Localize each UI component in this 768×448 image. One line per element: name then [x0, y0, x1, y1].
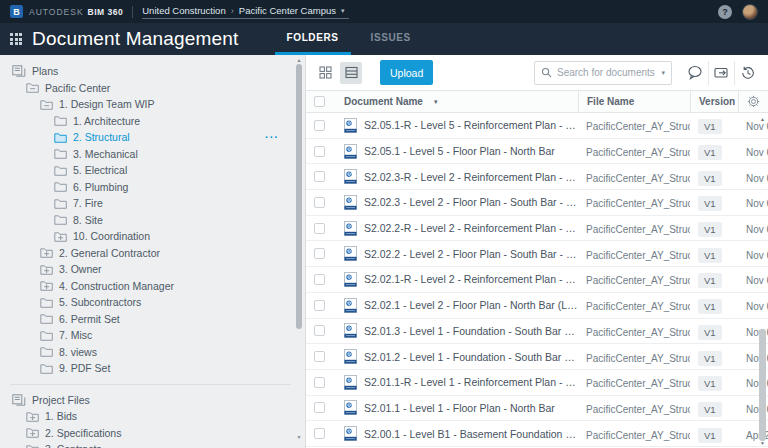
tree-item-2-structural[interactable]: 2. Structural ···	[0, 129, 305, 146]
document-name-link[interactable]: S2.05.1 - Level 5 - Floor Plan - North B…	[364, 145, 555, 157]
version-badge[interactable]: V1	[698, 119, 722, 134]
row-checkbox[interactable]	[314, 120, 325, 131]
app-switcher-icon[interactable]	[10, 33, 22, 45]
tree-item-1-bids[interactable]: 1. Bids	[0, 408, 305, 425]
column-file-name[interactable]: File Name	[578, 91, 690, 112]
row-checkbox[interactable]	[314, 223, 325, 234]
bim360-logo-icon[interactable]: B	[10, 5, 23, 18]
version-badge[interactable]: V1	[698, 273, 722, 288]
comment-icon[interactable]	[682, 61, 708, 85]
search-input[interactable]	[557, 67, 656, 78]
table-row[interactable]: S2.02.1-R - Level 2 - Reinforcement Plan…	[306, 267, 768, 293]
tree-item-6-plumbing[interactable]: 6. Plumbing	[0, 179, 305, 196]
sidebar-scroll-down-icon[interactable]: ▼	[295, 434, 303, 440]
help-icon[interactable]: ?	[718, 5, 732, 19]
row-checkbox[interactable]	[314, 428, 325, 439]
document-name-link[interactable]: S2.02.1 - Level 2 - Floor Plan - North B…	[364, 299, 578, 311]
row-checkbox[interactable]	[314, 248, 325, 259]
version-badge[interactable]: V1	[698, 325, 722, 340]
row-checkbox[interactable]	[314, 377, 325, 388]
table-row[interactable]: S2.01.1 - Level 1 - Floor Plan - North B…	[306, 396, 768, 422]
table-row[interactable]: S2.05.1-R - Level 5 - Reinforcement Plan…	[306, 113, 768, 139]
table-row[interactable]: S2.02.1 - Level 2 - Floor Plan - North B…	[306, 293, 768, 319]
document-name-link[interactable]: S2.02.3 - Level 2 - Floor Plan - South B…	[364, 196, 578, 208]
document-name-link[interactable]: S2.01.2 - Level 1 - Foundation - South B…	[364, 351, 578, 363]
table-row[interactable]: S2.01.2 - Level 1 - Foundation - South B…	[306, 344, 768, 370]
tree-item-3-mechanical[interactable]: 3. Mechanical	[0, 146, 305, 163]
tree-item-6-permit-set[interactable]: 6. Permit Set	[0, 311, 305, 328]
sidebar-scroll-up-icon[interactable]: ▲	[295, 57, 303, 63]
table-scroll-up-icon[interactable]: ▲	[758, 116, 767, 122]
tree-item-project-files[interactable]: Project Files	[0, 392, 305, 409]
search-filter-caret-icon[interactable]: ▾	[661, 69, 665, 77]
document-name-link[interactable]: S2.02.3-R - Level 2 - Reinforcement Plan…	[364, 171, 578, 183]
row-checkbox[interactable]	[314, 171, 325, 182]
tree-item-8-site[interactable]: 8. Site	[0, 212, 305, 229]
tree-item-4-construction-manager[interactable]: 4. Construction Manager	[0, 278, 305, 295]
search-box[interactable]: ▾	[534, 61, 672, 85]
document-name-link[interactable]: S2.05.1-R - Level 5 - Reinforcement Plan…	[364, 119, 578, 131]
version-badge[interactable]: V1	[698, 299, 722, 314]
tree-item-9-pdf-set[interactable]: 9. PDF Set	[0, 360, 305, 377]
tab-folders[interactable]: FOLDERS	[275, 23, 351, 55]
version-badge[interactable]: V1	[698, 351, 722, 366]
document-name-link[interactable]: S2.01.3 - Level 1 - Foundation - South B…	[364, 325, 578, 337]
row-checkbox[interactable]	[314, 351, 325, 362]
document-name-link[interactable]: S2.02.1-R - Level 2 - Reinforcement Plan…	[364, 273, 578, 285]
history-icon[interactable]	[734, 61, 760, 85]
row-checkbox[interactable]	[314, 325, 325, 336]
table-row[interactable]: S2.01.1-R - Level 1 - Reinforcement Plan…	[306, 370, 768, 396]
version-badge[interactable]: V1	[698, 428, 722, 443]
user-avatar[interactable]	[742, 4, 758, 20]
tree-item-3-owner[interactable]: 3. Owner	[0, 261, 305, 278]
table-scrollbar[interactable]: ▲ ▼	[758, 114, 767, 448]
table-row[interactable]: S2.02.2-R - Level 2 - Reinforcement Plan…	[306, 216, 768, 242]
document-name-link[interactable]: S2.00.1 - Level B1 - Basement Foundation…	[364, 428, 578, 440]
row-checkbox[interactable]	[314, 146, 325, 157]
column-settings-gear-icon[interactable]	[747, 95, 760, 108]
list-view-icon[interactable]	[340, 62, 362, 84]
version-badge[interactable]: V1	[698, 376, 722, 391]
tree-item-5-subcontractors[interactable]: 5. Subcontractors	[0, 294, 305, 311]
version-badge[interactable]: V1	[698, 402, 722, 417]
table-row[interactable]: S2.00.1 - Level B1 - Basement Foundation…	[306, 421, 768, 447]
tree-item-2-specifications[interactable]: 2. Specifications	[0, 425, 305, 442]
row-checkbox[interactable]	[314, 402, 325, 413]
table-scroll-down-icon[interactable]: ▼	[758, 440, 767, 446]
sidebar-scrollbar[interactable]: ▲ ▼	[295, 57, 303, 448]
tree-item-5-electrical[interactable]: 5. Electrical	[0, 162, 305, 179]
row-checkbox[interactable]	[314, 274, 325, 285]
version-badge[interactable]: V1	[698, 222, 722, 237]
tree-item-7-misc[interactable]: 7. Misc	[0, 327, 305, 344]
version-badge[interactable]: V1	[698, 248, 722, 263]
tree-item-pacific-center[interactable]: Pacific Center	[0, 80, 305, 97]
table-scrollbar-thumb[interactable]	[759, 329, 766, 441]
export-icon[interactable]	[708, 61, 734, 85]
row-checkbox[interactable]	[314, 197, 325, 208]
select-all-checkbox[interactable]	[314, 96, 325, 107]
document-name-link[interactable]: S2.02.2 - Level 2 - Floor Plan - South B…	[364, 248, 578, 260]
tab-issues[interactable]: ISSUES	[359, 23, 423, 55]
table-row[interactable]: S2.01.3 - Level 1 - Foundation - South B…	[306, 319, 768, 345]
column-document-name[interactable]: Document Name	[344, 96, 423, 107]
table-row[interactable]: S2.05.1 - Level 5 - Floor Plan - North B…	[306, 139, 768, 165]
document-name-link[interactable]: S2.02.2-R - Level 2 - Reinforcement Plan…	[364, 222, 578, 234]
table-row[interactable]: S2.02.3-R - Level 2 - Reinforcement Plan…	[306, 164, 768, 190]
more-options-button[interactable]: ···	[265, 133, 279, 141]
version-badge[interactable]: V1	[698, 171, 722, 186]
breadcrumb-project[interactable]: Pacific Center Campus	[239, 5, 336, 16]
version-badge[interactable]: V1	[698, 196, 722, 211]
upload-button[interactable]: Upload	[380, 60, 433, 85]
column-version[interactable]: Version	[690, 91, 738, 112]
table-row[interactable]: S2.02.2 - Level 2 - Floor Plan - South B…	[306, 241, 768, 267]
tree-item-plans[interactable]: Plans	[0, 63, 305, 80]
tree-item-8-views[interactable]: 8. views	[0, 344, 305, 361]
document-name-link[interactable]: S2.01.1-R - Level 1 - Reinforcement Plan…	[364, 376, 578, 388]
tree-item-10-coordination[interactable]: 10. Coordination	[0, 228, 305, 245]
table-row[interactable]: S2.02.3 - Level 2 - Floor Plan - South B…	[306, 190, 768, 216]
tree-item-2-general-contractor[interactable]: 2. General Contractor	[0, 245, 305, 262]
document-name-link[interactable]: S2.01.1 - Level 1 - Floor Plan - North B…	[364, 402, 555, 414]
row-checkbox[interactable]	[314, 300, 325, 311]
tree-item-7-fire[interactable]: 7. Fire	[0, 195, 305, 212]
project-breadcrumb[interactable]: United Construction › Pacific Center Cam…	[142, 4, 348, 19]
